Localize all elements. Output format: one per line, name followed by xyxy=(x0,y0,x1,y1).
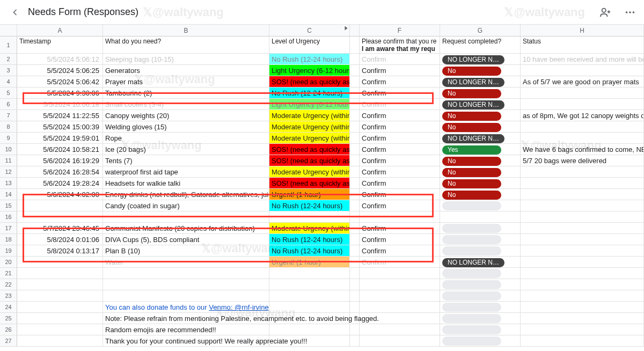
cell[interactable] xyxy=(350,268,360,279)
header-cell[interactable]: Level of Urgency xyxy=(269,36,350,54)
cell-need[interactable]: Canopy weights (20) xyxy=(103,110,269,121)
column-header[interactable]: F xyxy=(360,25,440,36)
cell-completed[interactable] xyxy=(440,211,521,223)
cell-need[interactable]: Note: Please refrain from mentioning Pal… xyxy=(103,313,269,324)
cell-urgency[interactable]: No Rush (12-24 hours) xyxy=(269,54,350,65)
cell-completed[interactable] xyxy=(440,245,521,257)
cell-urgency[interactable]: No Rush (12-24 hours) xyxy=(269,200,350,211)
cell-completed[interactable]: No xyxy=(440,189,521,200)
cell-status[interactable]: as of 8pm, We got 12 canopy weights don xyxy=(521,110,644,121)
cell-confirm[interactable]: Confirm xyxy=(360,87,440,99)
cell-status[interactable] xyxy=(521,268,644,279)
cell[interactable] xyxy=(350,223,360,234)
cell-status[interactable] xyxy=(521,189,644,200)
cell[interactable] xyxy=(350,178,360,189)
cell-urgency[interactable]: SOS! (need as quickly as xyxy=(269,144,350,155)
header-cell[interactable]: Status xyxy=(521,36,644,54)
cell-need[interactable]: You can also donate funds to our Venmo: … xyxy=(103,302,269,313)
cell[interactable] xyxy=(350,257,360,268)
cell-need[interactable]: DIVA Cups (5), BDS compliant xyxy=(103,234,269,245)
cell-timestamp[interactable] xyxy=(17,290,103,302)
cell-completed[interactable] xyxy=(440,290,521,302)
cell-urgency[interactable] xyxy=(269,268,350,279)
cell-timestamp[interactable]: 5/5/2024 5:06:12 xyxy=(17,54,103,65)
row-header[interactable]: 8 xyxy=(0,121,17,133)
cell-need[interactable] xyxy=(103,211,269,223)
header-cell[interactable]: Request completed? xyxy=(440,36,521,54)
cell-status[interactable] xyxy=(521,279,644,290)
cell-urgency[interactable]: SOS! (need as quickly as xyxy=(269,178,350,189)
cell-completed[interactable] xyxy=(440,268,521,279)
cell[interactable] xyxy=(350,211,360,223)
cell-need[interactable]: Generators xyxy=(103,65,269,76)
row-header[interactable]: 27 xyxy=(0,335,17,347)
cell-timestamp[interactable]: 5/5/2024 19:59:01 xyxy=(17,133,103,144)
cell-urgency[interactable]: Urgent! (1 hour) xyxy=(269,189,350,200)
cell-status[interactable] xyxy=(521,178,644,189)
row-header[interactable]: 5 xyxy=(0,87,17,99)
cell-completed[interactable]: No xyxy=(440,65,521,76)
cell-completed[interactable]: No xyxy=(440,87,521,99)
cell-timestamp[interactable] xyxy=(17,279,103,290)
row-header[interactable]: 10 xyxy=(0,144,17,155)
cell-status[interactable]: 10 have been received and more will be r… xyxy=(521,54,644,65)
cell[interactable] xyxy=(350,335,360,347)
cell-need[interactable]: Tents (7) xyxy=(103,155,269,166)
spreadsheet-grid[interactable]: ABCFGH1TimestampWhat do you need?Level o… xyxy=(0,25,644,347)
cell-status[interactable] xyxy=(521,313,644,324)
cell-urgency[interactable] xyxy=(269,302,350,313)
cell-timestamp[interactable]: 5/8/2024 0:01:06 xyxy=(17,234,103,245)
cell-completed[interactable]: NO LONGER N… xyxy=(440,99,521,110)
column-header[interactable]: H xyxy=(521,25,644,36)
cell-need[interactable]: waterproof first aid tape xyxy=(103,166,269,178)
cell-timestamp[interactable]: 5/6/2024 4:02:00 xyxy=(17,189,103,200)
cell-urgency[interactable]: SOS! (need as quickly as xyxy=(269,76,350,87)
cell-confirm[interactable]: Confirm xyxy=(360,65,440,76)
cell-timestamp[interactable] xyxy=(17,313,103,324)
cell-urgency[interactable]: SOS! (need as quickly as xyxy=(269,155,350,166)
cell-timestamp[interactable] xyxy=(17,257,103,268)
cell-completed[interactable] xyxy=(440,324,521,335)
cell[interactable] xyxy=(350,144,360,155)
cell-urgency[interactable] xyxy=(269,279,350,290)
column-header[interactable]: G xyxy=(440,25,521,36)
cell-completed[interactable] xyxy=(440,234,521,245)
cell-urgency[interactable]: No Rush (12-24 hours) xyxy=(269,234,350,245)
cell-confirm[interactable] xyxy=(360,268,440,279)
cell-timestamp[interactable]: 5/7/2024 23:46:45 xyxy=(17,223,103,234)
cell[interactable] xyxy=(350,200,360,211)
row-header[interactable]: 26 xyxy=(0,324,17,335)
cell[interactable] xyxy=(350,54,360,65)
cell-timestamp[interactable]: 5/5/2024 10:06:18 xyxy=(17,99,103,110)
cell-confirm[interactable] xyxy=(360,335,440,347)
column-header[interactable]: C xyxy=(269,25,350,36)
cell-confirm[interactable]: Confirm xyxy=(360,189,440,200)
cell-status[interactable] xyxy=(521,211,644,223)
cell-confirm[interactable] xyxy=(360,324,440,335)
cell-completed[interactable]: No xyxy=(440,178,521,189)
cell-timestamp[interactable]: 5/6/2024 10:58:21 xyxy=(17,144,103,155)
row-header[interactable]: 2 xyxy=(0,54,17,65)
cell-status[interactable] xyxy=(521,87,644,99)
cell-confirm[interactable]: Confirm xyxy=(360,133,440,144)
cell-status[interactable] xyxy=(521,290,644,302)
cell-urgency[interactable] xyxy=(269,211,350,223)
cell-timestamp[interactable]: 5/6/2024 19:28:24 xyxy=(17,178,103,189)
cell-need[interactable]: Water xyxy=(103,257,269,268)
back-button[interactable] xyxy=(6,4,24,21)
cell-need[interactable]: Communist Manifesto (20 copies for distr… xyxy=(103,223,269,234)
more-menu-button[interactable] xyxy=(623,5,638,20)
cell-timestamp[interactable]: 5/5/2024 5:06:42 xyxy=(17,76,103,87)
cell-status[interactable] xyxy=(521,335,644,347)
row-header[interactable]: 9 xyxy=(0,133,17,144)
cell[interactable] xyxy=(350,76,360,87)
cell-timestamp[interactable]: 5/6/2024 16:28:54 xyxy=(17,166,103,178)
cell-completed[interactable]: No xyxy=(440,155,521,166)
row-header[interactable]: 19 xyxy=(0,245,17,257)
cell-need[interactable]: Tambourine (2) xyxy=(103,87,269,99)
column-group-toggle[interactable] xyxy=(350,25,360,36)
cell-confirm[interactable] xyxy=(360,279,440,290)
cell-confirm[interactable]: Confirm xyxy=(360,257,440,268)
row-header[interactable]: 22 xyxy=(0,279,17,290)
cell-status[interactable] xyxy=(521,223,644,234)
